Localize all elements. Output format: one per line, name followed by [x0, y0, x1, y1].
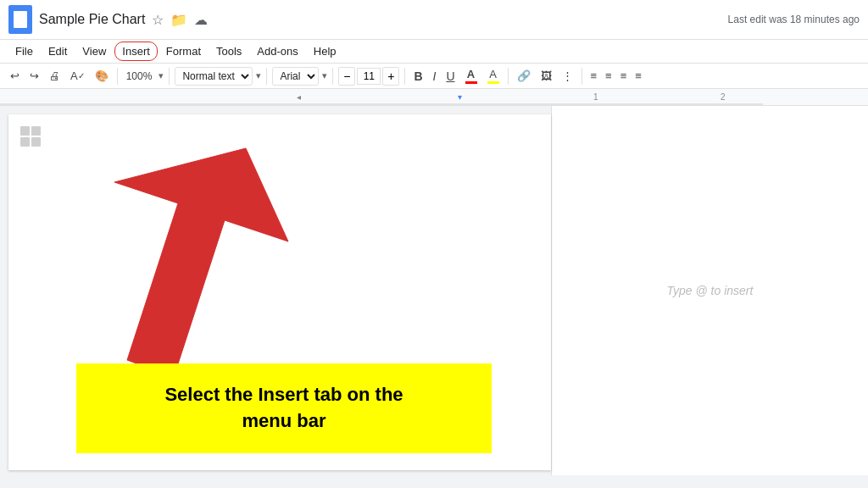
doc-page[interactable]: Select the Insert tab on themenu bar	[8, 114, 551, 470]
redo-button[interactable]: ↪	[26, 68, 42, 84]
divider-6	[508, 68, 509, 85]
star-icon[interactable]: ☆	[152, 12, 164, 28]
instruction-box: Select the Insert tab on themenu bar	[76, 363, 492, 453]
red-arrow	[42, 140, 297, 385]
menu-insert[interactable]: Insert	[114, 42, 158, 61]
align-left-button[interactable]: ≡	[587, 68, 601, 84]
menu-file[interactable]: File	[8, 42, 40, 61]
undo-button[interactable]: ↩	[7, 68, 23, 84]
doc-area: Select the Insert tab on themenu bar Typ…	[0, 106, 868, 475]
style-dropdown-icon: ▾	[256, 70, 261, 81]
ruler: ◂ ▾ 1 2	[0, 89, 868, 106]
align-center-button[interactable]: ≡	[602, 68, 615, 84]
font-select[interactable]: Arial	[272, 67, 319, 86]
italic-button[interactable]: I	[430, 68, 440, 85]
highlight-icon: A	[487, 68, 499, 84]
bold-button[interactable]: B	[410, 68, 426, 85]
align-right-button[interactable]: ≡	[617, 68, 631, 84]
toolbar: ↩ ↪ 🖨 A✓ 🎨 100% ▾ Normal text ▾ Arial ▾ …	[0, 64, 868, 89]
align-justify-button[interactable]: ≡	[632, 68, 645, 84]
divider-3	[266, 68, 267, 85]
doc-icon	[8, 5, 32, 34]
more-button[interactable]: ⋮	[559, 68, 576, 84]
link-button[interactable]: 🔗	[514, 68, 534, 84]
font-size-control: − +	[338, 67, 399, 86]
folder-icon[interactable]: 📁	[170, 12, 187, 28]
title-bar: Sample Pie Chart ☆ 📁 ☁ Last edit was 18 …	[0, 0, 868, 40]
print-button[interactable]: 🖨	[46, 68, 64, 84]
menu-tools[interactable]: Tools	[209, 42, 248, 61]
menu-bar: File Edit View Insert Format Tools Add-o…	[0, 40, 868, 64]
menu-help[interactable]: Help	[307, 42, 343, 61]
divider-1	[117, 68, 118, 85]
svg-text:2: 2	[721, 92, 726, 102]
paint-format-button[interactable]: 🎨	[92, 68, 112, 84]
divider-4	[332, 68, 333, 85]
menu-addons[interactable]: Add-ons	[250, 42, 304, 61]
font-size-input[interactable]	[357, 68, 381, 85]
zoom-level[interactable]: 100%	[123, 69, 156, 84]
svg-text:1: 1	[593, 92, 598, 102]
svg-text:▾: ▾	[458, 92, 462, 102]
menu-view[interactable]: View	[75, 42, 113, 61]
image-button[interactable]: 🖼	[537, 68, 555, 84]
instruction-text: Select the Insert tab on themenu bar	[102, 382, 466, 435]
last-edit-status: Last edit was 18 minutes ago	[728, 14, 860, 25]
doc-title[interactable]: Sample Pie Chart	[39, 12, 145, 27]
right-page-content[interactable]: Type @ to insert	[551, 106, 868, 475]
cloud-icon[interactable]: ☁	[194, 12, 208, 28]
svg-text:◂: ◂	[297, 92, 301, 102]
text-color-button[interactable]: A	[462, 66, 481, 86]
doc-sheet: Select the Insert tab on themenu bar	[0, 106, 551, 475]
underline-button[interactable]: U	[442, 68, 458, 85]
menu-edit[interactable]: Edit	[42, 42, 74, 61]
menu-format[interactable]: Format	[159, 42, 208, 61]
divider-7	[581, 68, 582, 85]
type-at-placeholder: Type @ to insert	[667, 284, 754, 297]
highlight-button[interactable]: A	[484, 66, 503, 86]
zoom-dropdown-icon[interactable]: ▾	[159, 70, 164, 81]
align-buttons: ≡ ≡ ≡ ≡	[587, 68, 645, 84]
svg-marker-5	[114, 148, 288, 377]
text-color-icon: A	[465, 68, 477, 84]
spellcheck-button[interactable]: A✓	[67, 68, 88, 84]
divider-2	[169, 68, 170, 85]
font-size-decrease[interactable]: −	[338, 67, 355, 86]
title-icons: ☆ 📁 ☁	[152, 12, 208, 28]
right-panel: Type @ to insert	[551, 106, 868, 475]
font-size-increase[interactable]: +	[382, 67, 399, 86]
font-dropdown-icon: ▾	[322, 70, 327, 81]
style-select[interactable]: Normal text	[175, 67, 253, 86]
doc-grid-icon	[20, 126, 41, 147]
divider-5	[404, 68, 405, 85]
